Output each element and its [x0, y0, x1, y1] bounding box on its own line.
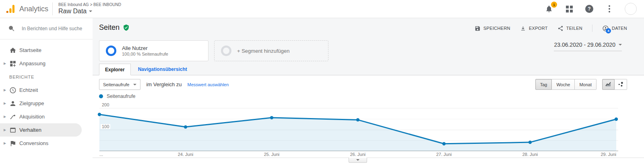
sidebar-item-startseite[interactable]: Startseite	[0, 44, 93, 57]
reports-section-label: BERICHTE	[0, 70, 93, 83]
save-icon	[475, 25, 481, 31]
search-icon	[8, 25, 15, 32]
date-range-picker[interactable]: 23.06.2020 - 29.06.2020	[554, 42, 622, 51]
x-axis-tick-label: 25. Juni	[264, 152, 280, 157]
chevron-down-icon	[356, 159, 359, 161]
analytics-app: Analytics BEE Inbound AG > BEE INBOUND R…	[0, 0, 644, 164]
chevron-down-icon	[619, 44, 622, 46]
analytics-logo-icon	[6, 4, 15, 14]
acquisition-icon	[9, 113, 17, 120]
motion-chart-toggle[interactable]	[615, 79, 627, 90]
sidebar-item-label: Conversions	[19, 140, 48, 146]
insights-label: DATEN	[612, 26, 627, 31]
line-chart-icon	[605, 81, 611, 87]
flag-icon	[9, 140, 17, 147]
help-button[interactable]: ?	[584, 4, 594, 14]
compare-label: im Vergleich zu	[146, 81, 182, 87]
header-icons: 1 ?	[544, 3, 644, 15]
header-divider	[52, 2, 53, 15]
chart-plot[interactable]: 200100	[99, 102, 618, 151]
chart-type-group	[602, 79, 627, 90]
granularity-tag-button[interactable]: Tag	[535, 79, 552, 90]
insights-button[interactable]: 4 DATEN	[602, 25, 627, 32]
more-options-button[interactable]	[605, 4, 614, 14]
product-name: Analytics	[19, 5, 48, 13]
legend-label: Seitenaufrufe	[107, 93, 135, 99]
y-axis-tick-label: 100	[101, 124, 110, 129]
x-axis-tick-label: 28. Juni	[522, 152, 538, 157]
segment-subtitle: 100,00 % Seitenaufrufe	[122, 52, 168, 56]
customization-icon	[9, 60, 17, 67]
sidebar-search[interactable]	[0, 18, 93, 39]
expand-arrow-icon: ▶	[4, 141, 6, 145]
motion-chart-icon	[618, 81, 624, 87]
y-axis-tick-label: 200	[101, 102, 110, 107]
notifications-button[interactable]: 1	[544, 4, 554, 14]
person-icon	[9, 100, 17, 107]
sidebar-item-conversions[interactable]: ▶ Conversions	[0, 137, 93, 150]
x-axis-tick-label: 26. Juni	[350, 152, 366, 157]
date-range-text: 23.06.2020 - 29.06.2020	[554, 42, 615, 48]
share-label: TEILEN	[566, 26, 582, 31]
page-title: Seiten	[99, 23, 120, 32]
sidebar-item-zielgruppe[interactable]: ▶ Zielgruppe	[0, 97, 93, 110]
line-chart-toggle[interactable]	[602, 79, 615, 90]
x-axis-tick-label: 29. Juni	[601, 152, 616, 157]
apps-button[interactable]	[564, 4, 574, 14]
add-segment-label: + Segment hinzufügen	[237, 48, 289, 54]
line-chart-svg	[99, 102, 618, 151]
segment-ring-icon	[106, 46, 116, 56]
sidebar-item-akquisition[interactable]: ▶ Akquisition	[0, 110, 93, 123]
notification-badge: 1	[551, 2, 557, 8]
x-axis-options-button[interactable]	[349, 158, 367, 163]
granularity-monat-button[interactable]: Monat	[575, 79, 597, 90]
expand-arrow-icon: ▶	[4, 115, 6, 118]
x-axis-labels: ...24. Juni25. Juni26. Juni27. Juni28. J…	[99, 152, 618, 158]
expand-arrow-icon: ▶	[4, 102, 6, 105]
share-button[interactable]: TEILEN	[557, 25, 582, 31]
chart-controls: Tag Woche Monat	[535, 79, 627, 90]
account-selector[interactable]: BEE Inbound AG > BEE INBOUND Raw Data	[58, 2, 121, 16]
segment-title: Alle Nutzer	[122, 45, 168, 52]
select-metric-link[interactable]: Messwert auswählen	[188, 82, 229, 87]
chart-bottom-divider	[93, 158, 644, 158]
chevron-down-icon	[133, 84, 136, 85]
sidebar-item-label: Startseite	[19, 47, 41, 53]
shield-check-icon	[123, 24, 130, 31]
share-icon	[557, 25, 564, 31]
actions-divider	[592, 25, 592, 32]
tab-explorer[interactable]: Explorer	[99, 64, 131, 75]
granularity-group: Tag Woche Monat	[535, 79, 597, 90]
property-selector[interactable]: Raw Data	[58, 7, 121, 15]
behavior-icon	[9, 127, 17, 134]
sidebar-item-label: Anpassung	[19, 60, 45, 66]
report-actions: SPEICHERN EXPORT TEILEN	[475, 25, 627, 32]
x-axis-tick-label: 24. Juni	[178, 152, 194, 157]
property-name: Raw Data	[58, 7, 87, 15]
granularity-woche-button[interactable]: Woche	[552, 79, 575, 90]
sidebar: Startseite ▶ Anpassung BERICHTE ▶ Echtze…	[0, 18, 93, 164]
expand-arrow-icon: ▶	[4, 62, 6, 65]
app-header: Analytics BEE Inbound AG > BEE INBOUND R…	[0, 0, 644, 18]
sidebar-item-anpassung[interactable]: ▶ Anpassung	[0, 57, 93, 70]
home-icon	[9, 47, 17, 54]
segment-all-users[interactable]: Alle Nutzer 100,00 % Seitenaufrufe	[99, 40, 208, 61]
sidebar-item-echtzeit[interactable]: ▶ Echtzeit	[0, 83, 93, 97]
analytics-logo[interactable]: Analytics	[0, 4, 52, 14]
sidebar-item-label: Zielgruppe	[19, 100, 44, 106]
export-button[interactable]: EXPORT	[520, 25, 548, 31]
chevron-down-icon	[89, 10, 92, 12]
sidebar-item-verhalten[interactable]: ▶ Verhalten	[0, 123, 82, 137]
chart-legend: Seitenaufrufe	[99, 93, 135, 99]
add-segment-button[interactable]: + Segment hinzufügen	[214, 40, 328, 61]
search-input[interactable]	[22, 26, 86, 31]
download-icon	[520, 25, 526, 31]
avatar[interactable]	[625, 3, 637, 15]
metric-toolbar: Seitenaufrufe im Vergleich zu Messwert a…	[99, 79, 229, 90]
expand-arrow-icon: ▶	[4, 128, 6, 132]
tab-navigationsuebersicht[interactable]: Navigationsübersicht	[131, 64, 194, 75]
expand-arrow-icon: ▶	[4, 88, 6, 92]
sidebar-nav: Startseite ▶ Anpassung BERICHTE ▶ Echtze…	[0, 39, 93, 150]
metric-dropdown[interactable]: Seitenaufrufe	[99, 79, 140, 90]
save-button[interactable]: SPEICHERN	[475, 25, 510, 31]
